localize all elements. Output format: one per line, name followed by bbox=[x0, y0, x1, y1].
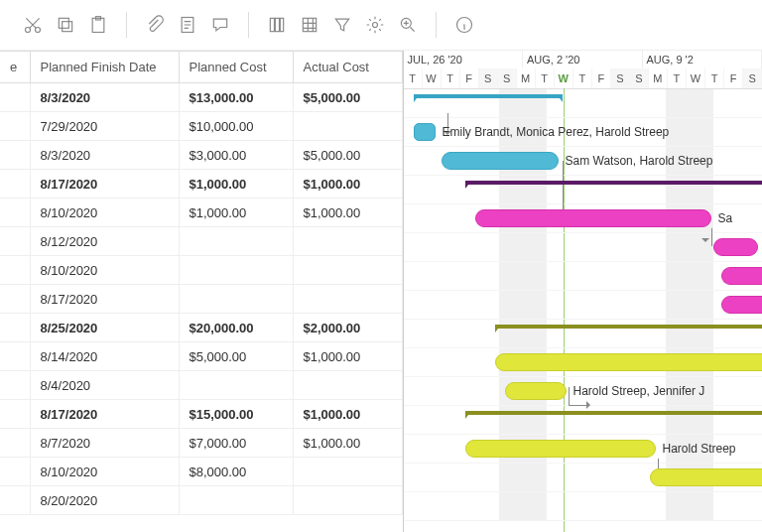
task-bar[interactable] bbox=[650, 468, 763, 486]
cell-actual-cost[interactable]: $1,000.00 bbox=[293, 170, 402, 199]
gantt-row[interactable] bbox=[404, 464, 763, 492]
cell-planned-cost[interactable] bbox=[179, 285, 293, 314]
cell-planned-cost[interactable] bbox=[179, 486, 293, 515]
cell-actual-cost[interactable] bbox=[293, 227, 402, 256]
task-bar[interactable]: Ha bbox=[721, 267, 763, 285]
table-row[interactable]: 8/3/2020 $13,000.00 $5,000.00 bbox=[0, 83, 402, 112]
cell-finish-date[interactable]: 8/10/2020 bbox=[30, 199, 179, 227]
gantt-row[interactable]: Harold Streep bbox=[404, 435, 763, 464]
copy-icon[interactable] bbox=[51, 10, 80, 40]
columns-icon[interactable] bbox=[262, 10, 292, 40]
cell-actual-cost[interactable]: $1,000.00 bbox=[293, 342, 402, 371]
col-header-id[interactable]: e bbox=[0, 52, 30, 83]
cell-planned-cost[interactable]: $8,000.00 bbox=[179, 458, 293, 486]
settings-icon[interactable] bbox=[360, 10, 390, 40]
cell-actual-cost[interactable] bbox=[293, 486, 402, 515]
gantt-row[interactable]: Sam Watson, Harold Streep bbox=[404, 147, 763, 176]
task-bar[interactable]: Harold Streep, Jennifer J bbox=[505, 382, 567, 400]
cell-actual-cost[interactable] bbox=[293, 256, 402, 285]
table-row[interactable]: 8/17/2020 $15,000.00 $1,000.00 bbox=[0, 400, 402, 429]
cell-finish-date[interactable]: 8/3/2020 bbox=[30, 83, 179, 112]
table-row[interactable]: 8/10/2020 $1,000.00 $1,000.00 bbox=[0, 199, 402, 227]
task-bar[interactable]: Emily Brandt, Monica Perez, Harold Stree… bbox=[414, 123, 436, 141]
cell-finish-date[interactable]: 8/3/2020 bbox=[30, 141, 179, 170]
filter-icon[interactable] bbox=[327, 10, 357, 40]
gantt-row[interactable] bbox=[404, 348, 763, 377]
table-row[interactable]: 8/3/2020 $3,000.00 $5,000.00 bbox=[0, 141, 402, 170]
cell-planned-cost[interactable]: $15,000.00 bbox=[179, 400, 293, 429]
col-header-actual-cost[interactable]: Actual Cost bbox=[293, 52, 402, 83]
cell-finish-date[interactable]: 8/10/2020 bbox=[30, 256, 179, 285]
gantt-body[interactable]: Emily Brandt, Monica Perez, Harold Stree… bbox=[404, 89, 763, 521]
cell-finish-date[interactable]: 8/14/2020 bbox=[30, 342, 179, 371]
col-header-planned-cost[interactable]: Planned Cost bbox=[179, 52, 293, 83]
cell-planned-cost[interactable]: $3,000.00 bbox=[179, 141, 293, 170]
task-bar[interactable]: Sa bbox=[475, 209, 711, 227]
cell-planned-cost[interactable]: $10,000.00 bbox=[179, 112, 293, 141]
cell-actual-cost[interactable]: $5,000.00 bbox=[293, 141, 402, 170]
cell-finish-date[interactable]: 8/12/2020 bbox=[30, 227, 179, 256]
table-row[interactable]: 8/4/2020 bbox=[0, 371, 402, 400]
cell-actual-cost[interactable] bbox=[293, 285, 402, 314]
table-row[interactable]: 8/25/2020 $20,000.00 $2,000.00 bbox=[0, 314, 402, 342]
cell-actual-cost[interactable]: $1,000.00 bbox=[293, 199, 402, 227]
notes-icon[interactable] bbox=[173, 10, 202, 40]
gantt-row[interactable] bbox=[404, 89, 763, 118]
cell-finish-date[interactable]: 8/10/2020 bbox=[30, 458, 179, 486]
gantt-row[interactable]: Emily Brandt, Monica Perez, Harold Stree… bbox=[404, 118, 763, 147]
cell-planned-cost[interactable]: $20,000.00 bbox=[179, 314, 293, 342]
cell-finish-date[interactable]: 8/17/2020 bbox=[30, 170, 179, 199]
cell-actual-cost[interactable]: $5,000.00 bbox=[293, 83, 402, 112]
table-row[interactable]: 8/17/2020 bbox=[0, 285, 402, 314]
cell-planned-cost[interactable] bbox=[179, 227, 293, 256]
grid-icon[interactable] bbox=[295, 10, 324, 40]
task-bar[interactable] bbox=[713, 238, 758, 256]
gantt-row[interactable]: Sa bbox=[404, 204, 763, 233]
task-bar[interactable] bbox=[721, 296, 763, 314]
summary-bar[interactable] bbox=[465, 181, 763, 189]
cell-finish-date[interactable]: 8/17/2020 bbox=[30, 285, 179, 314]
info-icon[interactable] bbox=[449, 10, 479, 40]
cell-finish-date[interactable]: 8/25/2020 bbox=[30, 314, 179, 342]
cell-actual-cost[interactable] bbox=[293, 458, 402, 486]
table-row[interactable]: 7/29/2020 $10,000.00 bbox=[0, 112, 402, 141]
gantt-row[interactable] bbox=[404, 291, 763, 320]
cell-planned-cost[interactable]: $13,000.00 bbox=[179, 83, 293, 112]
cell-finish-date[interactable]: 8/7/2020 bbox=[30, 429, 179, 458]
zoom-icon[interactable] bbox=[393, 10, 423, 40]
col-header-finish[interactable]: Planned Finish Date bbox=[30, 52, 179, 83]
table-row[interactable]: 8/12/2020 bbox=[0, 227, 402, 256]
cell-actual-cost[interactable]: $1,000.00 bbox=[293, 400, 402, 429]
attach-icon[interactable] bbox=[140, 10, 170, 40]
table-row[interactable]: 8/20/2020 bbox=[0, 486, 402, 515]
gantt-chart[interactable]: JUL, 26 '20AUG, 2 '20AUG, 9 '2 TWTFSSMTW… bbox=[404, 51, 763, 532]
cell-actual-cost[interactable] bbox=[293, 371, 402, 400]
task-bar[interactable]: Harold Streep bbox=[465, 440, 656, 458]
cell-planned-cost[interactable]: $1,000.00 bbox=[179, 199, 293, 227]
table-row[interactable]: 8/10/2020 $8,000.00 bbox=[0, 458, 402, 486]
table-row[interactable]: 8/7/2020 $7,000.00 $1,000.00 bbox=[0, 429, 402, 458]
cell-planned-cost[interactable] bbox=[179, 256, 293, 285]
cut-icon[interactable] bbox=[18, 10, 48, 40]
cell-actual-cost[interactable] bbox=[293, 112, 402, 141]
table-row[interactable]: 8/10/2020 bbox=[0, 256, 402, 285]
gantt-row[interactable] bbox=[404, 406, 763, 435]
table-row[interactable]: 8/17/2020 $1,000.00 $1,000.00 bbox=[0, 170, 402, 199]
cell-finish-date[interactable]: 8/4/2020 bbox=[30, 371, 179, 400]
cell-finish-date[interactable]: 8/17/2020 bbox=[30, 400, 179, 429]
cell-planned-cost[interactable]: $5,000.00 bbox=[179, 342, 293, 371]
cell-actual-cost[interactable]: $2,000.00 bbox=[293, 314, 402, 342]
cell-finish-date[interactable]: 7/29/2020 bbox=[30, 112, 179, 141]
cell-planned-cost[interactable]: $1,000.00 bbox=[179, 170, 293, 199]
comment-icon[interactable] bbox=[205, 10, 235, 40]
cell-planned-cost[interactable] bbox=[179, 371, 293, 400]
cell-actual-cost[interactable]: $1,000.00 bbox=[293, 429, 402, 458]
summary-bar[interactable] bbox=[465, 411, 763, 419]
cell-finish-date[interactable]: 8/20/2020 bbox=[30, 486, 179, 515]
gantt-row[interactable] bbox=[404, 320, 763, 348]
cell-planned-cost[interactable]: $7,000.00 bbox=[179, 429, 293, 458]
table-row[interactable]: 8/14/2020 $5,000.00 $1,000.00 bbox=[0, 342, 402, 371]
summary-bar[interactable] bbox=[414, 94, 563, 102]
gantt-row[interactable]: Harold Streep, Jennifer J bbox=[404, 377, 763, 406]
summary-bar[interactable] bbox=[495, 325, 763, 332]
